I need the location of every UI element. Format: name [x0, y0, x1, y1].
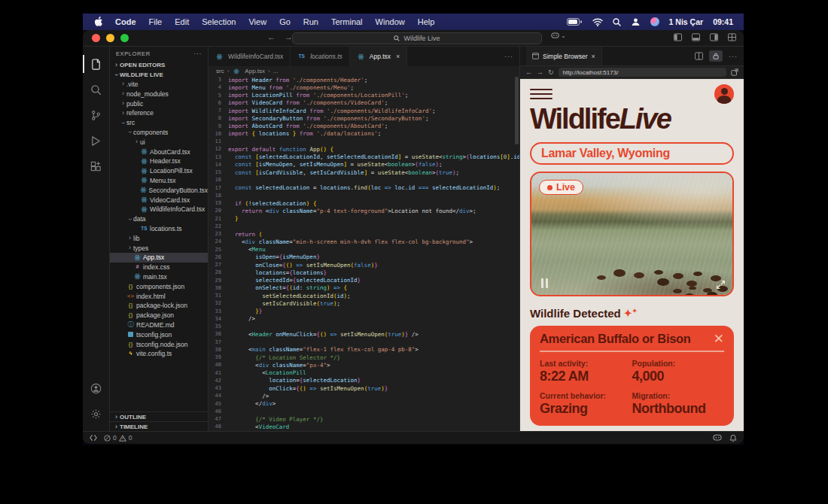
tree-item-node-modules[interactable]: ›node_modules [110, 89, 208, 99]
tree-item-tsconfig-node-json[interactable]: { }tsconfig.node.json [110, 339, 208, 349]
tree-item-src[interactable]: ›src [110, 118, 208, 128]
vscode-window: ← → Wildlife Live ⌄ [83, 30, 744, 444]
lock-button[interactable] [709, 50, 723, 62]
tree-item-data[interactable]: ›data [110, 214, 208, 224]
search-sidebar-icon[interactable] [83, 77, 110, 102]
settings-gear-icon[interactable] [83, 401, 110, 427]
menubar-item-window[interactable]: Window [376, 17, 405, 26]
browser-forward-icon[interactable]: → [537, 69, 543, 76]
editor-more-actions-icon[interactable]: ··· [504, 53, 513, 60]
simple-browser-tab[interactable]: Simple Browser × [526, 47, 602, 65]
menubar-item-file[interactable]: File [149, 17, 163, 26]
wifi-icon[interactable] [592, 18, 603, 26]
menubar-item-selection[interactable]: Selection [202, 17, 236, 26]
tree-item-app-tsx[interactable]: App.tsx [110, 253, 208, 263]
close-window-button[interactable] [92, 34, 100, 42]
menubar-item-go[interactable]: Go [279, 17, 291, 26]
tree-item-wildlifeinfocard-tsx[interactable]: WildlifeInfoCard.tsx [110, 205, 208, 214]
remote-indicator[interactable] [90, 434, 97, 442]
battery-icon[interactable] [567, 18, 583, 26]
siri-icon[interactable] [650, 17, 659, 26]
close-tab-icon[interactable]: × [592, 53, 595, 60]
tree-item-components[interactable]: ›components [110, 128, 208, 138]
menubar-item-edit[interactable]: Edit [175, 17, 189, 26]
url-input[interactable]: http://localhost:5173/ [559, 68, 726, 77]
tree-item-reference[interactable]: ›reference [110, 108, 208, 118]
outline-section[interactable]: ›OUTLINE [110, 411, 208, 421]
tree-item-public[interactable]: ›public [110, 99, 208, 108]
tree-item-open-editors[interactable]: ›OPEN EDITORS [110, 60, 208, 70]
tree-item-main-tsx[interactable]: main.tsx [110, 272, 208, 282]
close-icon[interactable]: ✕ [714, 332, 724, 345]
customize-layout-icon[interactable] [728, 33, 736, 41]
account-icon[interactable] [83, 375, 110, 401]
editor-tab-wildlifeinfocard-tsx[interactable]: WildlifeInfoCard.tsx [209, 47, 291, 66]
live-badge: Live [539, 180, 583, 195]
breadcrumb[interactable]: src› App.tsx› ... [209, 66, 519, 76]
expand-icon[interactable] [716, 280, 726, 290]
toggle-panel-icon[interactable] [692, 33, 700, 41]
tree-item-ui[interactable]: ›ui [110, 137, 208, 147]
bell-icon[interactable] [729, 434, 737, 442]
tree-item-locationpill-tsx[interactable]: LocationPill.tsx [110, 166, 208, 176]
tree-item-secondarybutton-tsx[interactable]: SecondaryButton.tsx [110, 185, 208, 195]
menubar-item-terminal[interactable]: Terminal [331, 17, 363, 26]
tree-item-vite-config-ts[interactable]: ϟvite.config.ts [110, 349, 208, 359]
search-label: Wildlife Live [403, 35, 440, 42]
tree-item--vite[interactable]: ›.vite [110, 80, 208, 90]
user-switch-icon[interactable] [631, 18, 641, 26]
copilot-status-icon[interactable] [713, 434, 722, 442]
apple-logo[interactable] [93, 17, 102, 27]
copilot-menu-button[interactable]: ⌄ [551, 32, 566, 39]
command-center-search[interactable]: Wildlife Live [292, 32, 542, 44]
tree-item-header-tsx[interactable]: Header.tsx [110, 156, 208, 166]
tree-item-videocard-tsx[interactable]: VideoCard.tsx [110, 195, 208, 205]
explorer-icon[interactable] [83, 51, 110, 77]
editor-tab-app-tsx[interactable]: App.tsx× [350, 47, 408, 66]
tree-item-locations-ts[interactable]: TSlocations.ts [110, 224, 208, 234]
toggle-primary-sidebar-icon[interactable] [674, 33, 682, 41]
tree-item-menu-tsx[interactable]: Menu.tsx [110, 176, 208, 186]
editor-scrollbar[interactable] [515, 77, 519, 144]
timeline-section[interactable]: ›TIMELINE [110, 421, 208, 431]
open-external-icon[interactable] [731, 68, 738, 76]
reload-icon[interactable]: ↻ [548, 69, 554, 76]
hamburger-menu-icon[interactable] [530, 89, 553, 100]
editor-tab-locations-ts[interactable]: TSlocations.ts [291, 47, 350, 66]
tree-item-components-json[interactable]: { }components.json [110, 281, 208, 291]
browser-more-actions-icon[interactable]: ··· [729, 53, 738, 60]
problems-indicator[interactable]: 0 0 [104, 434, 132, 442]
tree-item-index-css[interactable]: #index.css [110, 263, 208, 272]
tree-item-wildlife-live[interactable]: ›WILDLIFE LIVE [110, 70, 208, 80]
tree-item-lib[interactable]: ›lib [110, 233, 208, 243]
location-pill[interactable]: Lamar Valley, Wyoming [530, 142, 734, 165]
source-control-icon[interactable] [83, 102, 110, 128]
code-area[interactable]: 3import Header from './components/Header… [209, 76, 519, 431]
extensions-icon[interactable] [83, 153, 110, 179]
browser-back-icon[interactable]: ← [525, 69, 532, 76]
tree-item-aboutcard-tsx[interactable]: AboutCard.tsx [110, 147, 208, 156]
code-line: 7import WildlifeInfoCard from './compone… [209, 107, 519, 114]
tree-item-readme-md[interactable]: ⓘREADME.md [110, 320, 208, 330]
menubar-item-help[interactable]: Help [418, 17, 435, 26]
tree-item-index-html[interactable]: <>index.html [110, 291, 208, 301]
run-debug-icon[interactable] [83, 128, 110, 153]
tree-item-tsconfig-json[interactable]: tsconfig.json [110, 329, 208, 339]
toggle-secondary-sidebar-icon[interactable] [710, 33, 718, 41]
tree-item-package-json[interactable]: { }package.json [110, 311, 208, 320]
menubar-item-run[interactable]: Run [303, 17, 318, 26]
menubar-item-code[interactable]: Code [115, 17, 136, 26]
avatar[interactable] [714, 84, 734, 104]
explorer-more-actions-icon[interactable]: ··· [193, 50, 202, 57]
video-card[interactable]: Live [530, 172, 734, 296]
history-back-icon[interactable]: ← [267, 32, 275, 41]
split-editor-icon[interactable] [695, 52, 703, 60]
pause-icon[interactable] [541, 278, 548, 288]
minimize-window-button[interactable] [106, 34, 114, 42]
zoom-window-button[interactable] [120, 34, 129, 42]
tree-item-types[interactable]: ›types [110, 243, 208, 253]
tree-item-package-lock-json[interactable]: { }package-lock.json [110, 301, 208, 311]
spotlight-search-icon[interactable] [613, 18, 621, 26]
close-tab-icon[interactable]: × [396, 53, 400, 60]
menubar-item-view[interactable]: View [248, 17, 266, 26]
